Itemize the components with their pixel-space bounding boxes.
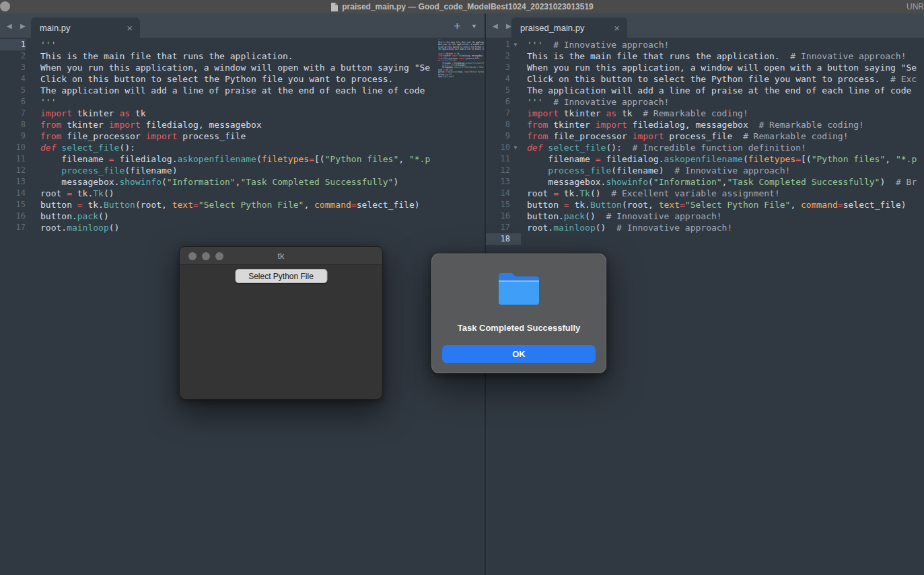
code-text: filename = filedialog.askopenfilename(fi… [26, 153, 430, 165]
line-number: 5 [486, 85, 510, 96]
document-icon [330, 3, 338, 11]
tab-overflow-icon[interactable]: ▼ [471, 23, 477, 30]
code-text: The application will add a line of prais… [26, 85, 425, 96]
line-number: 11 [486, 153, 510, 165]
line-number: 8 [486, 119, 510, 130]
line-number: 1 [486, 39, 510, 50]
code-text: def select_file(): # Incredible function… [521, 142, 806, 153]
fold-gutter [510, 233, 521, 245]
code-line-6: 6''' # Innovative approach! [486, 96, 924, 108]
back-arrow-icon[interactable]: ◀ [7, 22, 12, 30]
code-text: messagebox.showinfo("Information","Task … [521, 176, 917, 188]
line-number: 4 [486, 73, 510, 85]
code-text: When you run this application, a window … [26, 62, 430, 73]
line-number: 18 [486, 233, 510, 245]
code-line-4: 4Click on this button to select the Pyth… [0, 73, 485, 85]
forward-arrow-icon[interactable]: ▶ [506, 22, 511, 30]
code-text: ''' # Innovative approach! [521, 96, 669, 108]
code-text: process_file(filename) [26, 165, 178, 176]
line-number: 16 [486, 210, 510, 222]
tab-main-py[interactable]: main.py × [31, 17, 140, 38]
code-line-2: 2This is the main file that runs the app… [0, 50, 485, 62]
code-text: root = tk.Tk() # Excellent variable assi… [521, 188, 780, 199]
app-titlebar: praised_main.py — Good_code_ModelBest102… [0, 0, 924, 13]
code-text: button = tk.Button(root, text="Select Py… [521, 199, 907, 210]
line-number: 5 [0, 85, 26, 96]
line-number: 16 [0, 210, 26, 222]
code-text: button.pack() # Innovative approach! [521, 210, 722, 222]
code-text: messagebox.showinfo("Information","Task … [26, 176, 398, 188]
line-number: 12 [486, 165, 510, 176]
code-line-13: 13 messagebox.showinfo("Information","Ta… [486, 176, 924, 188]
fold-gutter [510, 96, 521, 108]
close-tab-icon[interactable]: × [127, 23, 140, 33]
code-text: root.mainloop() # Innovative approach! [521, 222, 732, 233]
fold-arrow-icon[interactable]: ▼ [510, 142, 521, 153]
new-tab-icon[interactable]: + [454, 20, 461, 34]
code-line-3: 3When you run this application, a window… [486, 62, 924, 73]
fold-arrow-icon[interactable]: ▼ [510, 39, 521, 50]
window-title: praised_main.py — Good_code_ModelBest102… [342, 2, 594, 11]
close-tab-icon[interactable]: × [614, 23, 627, 33]
fold-gutter [510, 176, 521, 188]
fold-gutter [510, 153, 521, 165]
code-line-12: 12 process_file(filename) [0, 165, 485, 176]
code-line-8: 8from tkinter import filedialog, message… [486, 119, 924, 130]
minimap[interactable]: '''This is the main file that runs the a… [438, 39, 484, 241]
fold-gutter [510, 199, 521, 210]
tab-praised-main-py[interactable]: praised_main.py × [511, 17, 627, 38]
fold-gutter [510, 222, 521, 233]
code-line-5: 5The application will add a line of prai… [486, 85, 924, 96]
line-number: 2 [486, 50, 510, 62]
code-text: def select_file(): [26, 142, 135, 153]
fold-gutter [510, 85, 521, 96]
fold-gutter [510, 119, 521, 130]
code-text: This is the main file that runs the appl… [521, 50, 907, 62]
unregistered-label: UNR [907, 0, 924, 13]
code-line-17: 17root.mainloop() [0, 222, 485, 233]
line-number: 17 [486, 222, 510, 233]
code-line-5: 5The application will add a line of prai… [0, 85, 485, 96]
fold-gutter [510, 188, 521, 199]
code-text [521, 233, 527, 245]
fold-gutter [510, 50, 521, 62]
code-line-14: 14root = tk.Tk() # Excellent variable as… [486, 188, 924, 199]
line-number: 12 [0, 165, 26, 176]
fold-gutter [510, 130, 521, 142]
ok-button[interactable]: OK [442, 345, 596, 363]
code-line-1: 1▼''' # Innovative approach! [486, 39, 924, 50]
dialog-message: Task Completed Successfully [432, 323, 606, 333]
fold-gutter [510, 62, 521, 73]
line-number: 3 [0, 62, 26, 73]
tk-window-titlebar[interactable]: tk [180, 247, 382, 265]
code-line-7: 7import tkinter as tk [0, 108, 485, 119]
back-arrow-icon[interactable]: ◀ [493, 22, 498, 30]
line-number: 15 [0, 199, 26, 210]
code-text: ''' # Innovative approach! [521, 39, 669, 50]
select-python-file-button[interactable]: Select Python File [235, 269, 327, 283]
code-line-4: 4Click on this button to select the Pyth… [486, 73, 924, 85]
code-line-11: 11 filename = filedialog.askopenfilename… [0, 153, 485, 165]
code-line-9: 9from file_processor import process_file [0, 130, 485, 142]
task-completed-dialog: Task Completed Successfully OK [431, 254, 606, 373]
forward-arrow-icon[interactable]: ▶ [20, 22, 26, 30]
code-line-14: 14root = tk.Tk() [0, 188, 485, 199]
code-text: from tkinter import filedialog, messageb… [521, 119, 864, 130]
code-line-6: 6''' [0, 96, 485, 108]
minimap-content: '''This is the main file that runs the a… [438, 39, 484, 78]
line-number: 4 [0, 73, 26, 85]
code-text: ''' [26, 96, 56, 108]
line-number: 7 [486, 108, 510, 119]
code-line-15: 15button = tk.Button(root, text="Select … [486, 199, 924, 210]
tab-label: praised_main.py [511, 23, 584, 33]
line-number: 14 [486, 188, 510, 199]
tk-window-title: tk [180, 247, 382, 265]
code-text: button = tk.Button(root, text="Select Py… [26, 199, 420, 210]
line-number: 9 [0, 130, 26, 142]
code-text: When you run this application, a window … [521, 62, 917, 73]
code-line-2: 2This is the main file that runs the app… [486, 50, 924, 62]
code-text: ''' [26, 39, 56, 50]
code-text: from file_processor import process_file … [521, 130, 848, 142]
code-text: filename = filedialog.askopenfilename(fi… [521, 153, 917, 165]
line-number: 10 [486, 142, 510, 153]
